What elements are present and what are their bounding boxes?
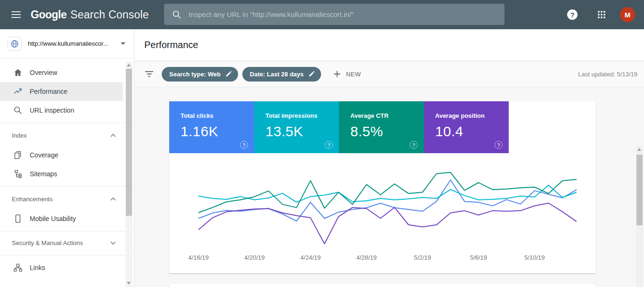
new-filter-button[interactable]: NEW (333, 70, 361, 78)
metric-cards-row: Total clicks 1.16K ? Total impressions 1… (169, 101, 596, 153)
page-title-bar: Performance (134, 29, 644, 61)
coverage-icon (13, 150, 23, 160)
url-inspect-searchbox[interactable] (164, 4, 504, 25)
chip-label: Date: Last 28 days (250, 71, 304, 78)
scrollbar-thumb[interactable] (636, 155, 643, 225)
search-type-chip[interactable]: Search type: Web (162, 67, 238, 82)
apps-grid-icon[interactable] (597, 10, 606, 19)
x-axis-tick-label: 5/10/19 (524, 254, 545, 261)
metric-value: 13.5K (265, 123, 339, 139)
metric-value: 1.16K (181, 123, 254, 139)
metric-value: 10.4 (435, 123, 509, 139)
property-caret-icon (121, 42, 125, 45)
section-label: Enhancements (12, 196, 53, 203)
chip-label: Search type: Web (169, 71, 221, 78)
sidebar-item-label: Performance (30, 88, 67, 95)
filter-bar: Search type: Web Date: Last 28 days NEW (134, 61, 644, 87)
metric-label: Total clicks (181, 112, 254, 119)
sidebar-section-security[interactable]: Security & Manual Actions (0, 233, 134, 252)
x-axis-tick-label: 4/16/19 (188, 254, 208, 261)
metric-label: Total impressions (265, 112, 339, 119)
page-title: Performance (144, 40, 198, 50)
chart-line-average-position (198, 203, 577, 244)
average-ctr-card[interactable]: Average CTR 8.5% ? (339, 101, 424, 153)
url-inspect-input[interactable] (188, 10, 504, 19)
sidebar-item-overview[interactable]: Overview (0, 63, 123, 82)
content-area: Total clicks 1.16K ? Total impressions 1… (134, 87, 644, 287)
property-selector[interactable]: http://www.kullumanaliescor... (0, 29, 134, 58)
chart-line-average-ctr (198, 172, 577, 213)
sidebar-item-label: URL inspection (30, 107, 74, 114)
metric-label: Average position (435, 112, 509, 119)
total-impressions-card[interactable]: Total impressions 13.5K ? (254, 101, 339, 153)
globe-icon (8, 37, 22, 51)
mobile-icon (13, 214, 23, 223)
metric-help-icon[interactable]: ? (325, 141, 333, 149)
performance-chart: 4/16/194/20/194/24/194/28/195/2/195/6/19… (169, 153, 596, 273)
sidebar-item-mobile-usability[interactable]: Mobile Usability (0, 209, 123, 228)
sidebar-item-coverage[interactable]: Coverage (0, 146, 123, 164)
metric-label: Average CTR (350, 112, 424, 119)
sidebar-item-label: Coverage (30, 151, 58, 159)
scroll-up-arrow-icon[interactable] (637, 148, 641, 151)
main-scrollbar[interactable] (636, 146, 643, 287)
pencil-icon (308, 71, 315, 77)
performance-icon (13, 87, 23, 96)
top-app-bar: Google Search Console ? M (0, 0, 644, 29)
total-clicks-card[interactable]: Total clicks 1.16K ? (169, 101, 254, 153)
metric-help-icon[interactable]: ? (410, 141, 418, 149)
plus-icon (333, 70, 341, 78)
x-axis-tick-label: 5/6/19 (470, 254, 487, 261)
sitemaps-icon (13, 169, 23, 179)
hamburger-menu-icon[interactable] (11, 9, 21, 20)
metric-help-icon[interactable]: ? (240, 141, 248, 149)
sidebar-item-label: Overview (30, 69, 57, 76)
x-axis-tick-label: 4/28/19 (356, 254, 377, 261)
sidebar-divider (0, 255, 134, 255)
next-card-partial (169, 284, 596, 287)
sidebar-item-url-inspection[interactable]: URL inspection (0, 101, 123, 120)
magnifier-icon (13, 106, 23, 115)
home-icon (13, 68, 23, 77)
filter-list-icon[interactable] (145, 70, 154, 78)
sidebar-item-sitemaps[interactable]: Sitemaps (0, 164, 123, 183)
sidebar-scrollbar[interactable] (125, 61, 132, 287)
section-label: Index (12, 132, 27, 139)
topbar-actions: ? M (567, 0, 635, 29)
sidebar-item-links[interactable]: Links (0, 258, 123, 277)
sidebar-section-enhancements[interactable]: Enhancements (0, 189, 134, 209)
account-avatar[interactable]: M (620, 7, 635, 22)
metric-value: 8.5% (350, 123, 424, 139)
scrollbar-thumb[interactable] (126, 69, 132, 216)
sidebar-item-label: Links (30, 264, 45, 271)
pencil-icon (225, 71, 232, 77)
sidebar-divider (0, 231, 134, 231)
x-axis-tick-label: 4/20/19 (244, 254, 264, 261)
sidebar-nav: Overview Performance (0, 58, 134, 287)
main-area: Performance Search type: Web (134, 29, 644, 287)
last-updated-text: Last updated: 5/13/19 (578, 71, 637, 78)
sidebar-divider (0, 123, 134, 123)
x-axis-tick-label: 4/24/19 (300, 254, 321, 261)
x-axis-tick-label: 5/2/19 (414, 254, 431, 261)
chevron-up-icon (110, 134, 116, 137)
scroll-up-arrow-icon[interactable] (127, 64, 131, 66)
sidebar: http://www.kullumanaliescor... Overview (0, 29, 134, 287)
chevron-up-icon (110, 197, 116, 201)
sidebar-section-index[interactable]: Index (0, 125, 134, 146)
chevron-down-icon (110, 241, 116, 245)
metric-help-icon[interactable]: ? (495, 141, 503, 149)
average-position-card[interactable]: Average position 10.4 ? (424, 101, 509, 153)
search-icon (172, 10, 182, 19)
sidebar-item-label: Sitemaps (30, 170, 57, 178)
sidebar-item-label: Mobile Usability (30, 215, 76, 222)
help-icon[interactable]: ? (567, 9, 578, 20)
app-logo[interactable]: Google Search Console (31, 8, 149, 21)
date-range-chip[interactable]: Date: Last 28 days (242, 67, 321, 82)
property-url: http://www.kullumanaliescor... (28, 40, 121, 47)
logo-brand: Google (31, 8, 66, 21)
chart-line-total-clicks (198, 180, 577, 221)
scroll-down-arrow-icon[interactable] (127, 282, 131, 285)
sidebar-item-performance[interactable]: Performance (0, 82, 123, 101)
new-filter-label: NEW (346, 71, 361, 78)
